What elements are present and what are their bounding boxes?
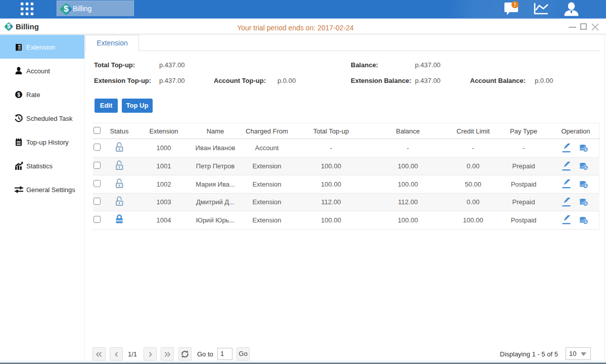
svg-text:$: $ xyxy=(17,92,20,98)
svg-text:!: ! xyxy=(514,2,516,8)
